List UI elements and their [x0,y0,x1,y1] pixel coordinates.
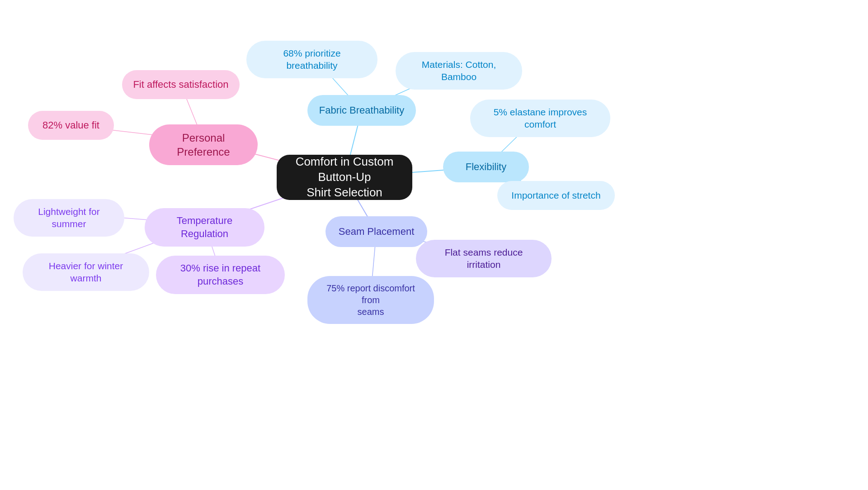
center-label: Comfort in Custom Button-Up Shirt Select… [288,154,401,200]
fit-affects-label: Fit affects satisfaction [133,78,228,91]
flat-seams-node: Flat seams reduce irritation [416,240,552,277]
prioritize-node: 68% prioritize breathability [246,41,377,78]
repeat-purchases-label: 30% rise in repeat purchases [167,262,274,288]
flexibility-label: Flexibility [466,161,506,174]
elastane-node: 5% elastane improves comfort [470,100,610,137]
seam-placement-label: Seam Placement [339,225,415,238]
discomfort-label: 75% report discomfort from seams [318,282,423,318]
fit-affects-node: Fit affects satisfaction [122,70,240,99]
flat-seams-label: Flat seams reduce irritation [427,246,541,271]
personal-preference-label: Personal Preference [160,131,247,159]
value-fit-label: 82% value fit [42,119,99,132]
center-node: Comfort in Custom Button-Up Shirt Select… [277,155,412,200]
elastane-label: 5% elastane improves comfort [481,106,599,131]
value-fit-node: 82% value fit [28,111,114,140]
materials-label: Materials: Cotton, Bamboo [406,58,511,83]
temperature-label: Temperature Regulation [156,214,254,240]
discomfort-node: 75% report discomfort from seams [307,276,434,324]
seam-placement-node: Seam Placement [326,216,427,247]
personal-preference-node: Personal Preference [149,124,258,165]
fabric-breathability-node: Fabric Breathability [307,95,416,126]
lightweight-label: Lightweight for summer [24,205,113,230]
heavier-node: Heavier for winter warmth [23,253,149,291]
repeat-purchases-node: 30% rise in repeat purchases [156,256,285,294]
importance-stretch-label: Importance of stretch [511,189,600,201]
heavier-label: Heavier for winter warmth [33,260,138,285]
flexibility-node: Flexibility [443,152,529,182]
importance-stretch-node: Importance of stretch [497,181,615,210]
temperature-node: Temperature Regulation [145,208,264,247]
lightweight-node: Lightweight for summer [14,199,124,237]
prioritize-label: 68% prioritize breathability [257,47,367,72]
materials-node: Materials: Cotton, Bamboo [396,52,522,90]
fabric-breathability-label: Fabric Breathability [319,104,404,117]
